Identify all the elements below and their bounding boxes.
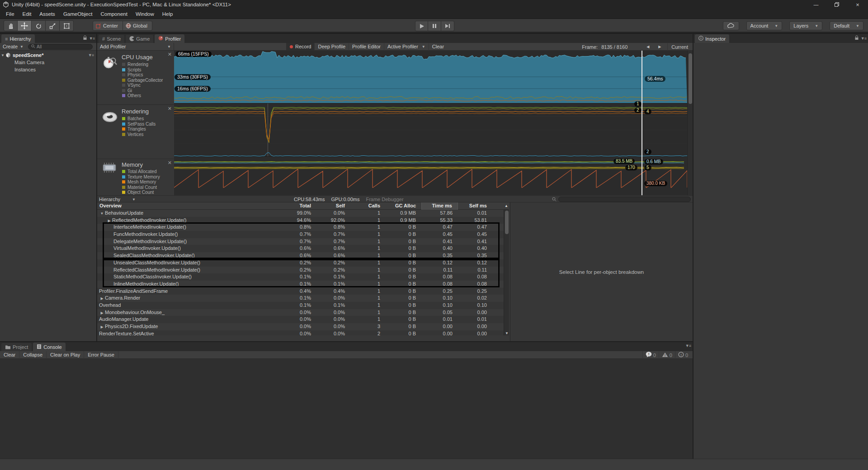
close-button[interactable]: × [847, 0, 868, 9]
table-row[interactable]: Profiler.FinalizeAndSendFrame0.4%0.4%10 … [97, 288, 504, 295]
legend-gi[interactable]: Gi [122, 88, 163, 94]
legend-texture-memory[interactable]: Texture Memory [122, 174, 160, 180]
legend-total-allocated[interactable]: Total Allocated [122, 169, 160, 174]
table-row[interactable]: ▶Monobehaviour.OnMouse_0.0%0.0%10 B0.050… [97, 309, 504, 316]
close-icon[interactable]: ✕ [168, 160, 172, 166]
table-row[interactable]: ▶ReflectedMethodInvoker.Update()94.6%92.… [97, 217, 504, 224]
layout-dropdown[interactable]: Default▼ [830, 21, 863, 30]
console-error-pause-button[interactable]: Error Pause [84, 351, 118, 359]
current-frame-button[interactable]: Current [667, 43, 692, 51]
frame-playhead[interactable] [642, 51, 642, 195]
panel-menu-icon[interactable]: ▼≡ [685, 343, 691, 348]
column-calls[interactable]: Calls [350, 202, 386, 210]
scene-row[interactable]: ▼ speedScene* ▼≡ [0, 52, 96, 59]
menu-file[interactable]: File [2, 9, 19, 19]
cpu-usage-chart[interactable] [174, 51, 687, 103]
menu-window[interactable]: Window [132, 9, 158, 19]
console-clear-button[interactable]: Clear [0, 351, 19, 359]
error-count-toggle[interactable]: ! 0 [675, 351, 691, 359]
rendering-chart[interactable] [174, 103, 687, 156]
add-profiler-dropdown[interactable]: Add Profiler ▼ [97, 43, 174, 51]
deep-profile-toggle[interactable]: Deep Profile [315, 43, 349, 51]
console-log-area[interactable] [0, 359, 693, 459]
pause-button[interactable] [428, 21, 441, 31]
profile-editor-toggle[interactable]: Profile Editor [349, 43, 384, 51]
close-icon[interactable]: ✕ [168, 52, 172, 57]
play-button[interactable] [415, 21, 428, 31]
legend-vsync[interactable]: VSync [122, 83, 163, 88]
profiler-charts[interactable]: 66ms (15FPS) 33ms (30FPS) 16ms (60FPS) 5… [174, 51, 687, 195]
minimize-button[interactable]: — [806, 0, 826, 9]
scroll-down-icon[interactable]: ▼ [504, 331, 509, 335]
record-toggle[interactable]: Record [286, 43, 315, 51]
table-row[interactable]: VirtualMethodInvoker.Update()0.6%0.6%10 … [97, 245, 504, 252]
console-clear-on-play-button[interactable]: Clear on Play [47, 351, 84, 359]
scale-tool-button[interactable] [46, 20, 60, 31]
view-mode-dropdown[interactable]: Hierarchy ▼ [99, 196, 136, 203]
next-frame-button[interactable]: ▶ [656, 45, 664, 49]
column-gc-alloc[interactable]: GC Alloc [386, 202, 421, 210]
memory-module[interactable]: Memory ✕ Total AllocatedTexture MemoryMe… [97, 159, 174, 195]
cloud-services-button[interactable] [723, 21, 739, 30]
table-row[interactable]: SealedClassMethodInvoker.Update()0.6%0.6… [97, 252, 504, 259]
table-row[interactable]: ▼BehaviourUpdate99.0%0.0%10.9 MB57.860.0… [97, 210, 504, 217]
list-item[interactable]: Instances [0, 66, 96, 73]
hand-tool-button[interactable] [4, 20, 18, 31]
menu-edit[interactable]: Edit [19, 9, 36, 19]
active-profiler-dropdown[interactable]: Active Profiler▼ [384, 43, 429, 51]
tab-scene[interactable]: # Scene [99, 35, 124, 43]
legend-garbagecollector[interactable]: GarbageCollector [122, 78, 163, 83]
scene-menu-icon[interactable]: ▼≡ [88, 53, 94, 57]
table-row[interactable]: StaticMethodClassInvoker.Update()0.1%0.1… [97, 273, 504, 281]
disclosure-expanded-icon[interactable]: ▼ [0, 53, 5, 57]
disclosure-collapsed-icon[interactable]: ▶ [99, 324, 105, 330]
table-row[interactable]: UnsealedClassMethodInvoker.Update()0.2%0… [97, 259, 504, 267]
list-item[interactable]: Main Camera [0, 59, 96, 66]
prev-frame-button[interactable]: ◀ [644, 45, 652, 49]
legend-others[interactable]: Others [122, 93, 163, 99]
table-row[interactable]: InterfaceMethodInvoker.Update()0.8%0.8%1… [97, 224, 504, 231]
layers-dropdown[interactable]: Layers▼ [789, 21, 822, 30]
profiler-search-input[interactable] [558, 197, 691, 202]
step-button[interactable] [441, 21, 454, 31]
account-dropdown[interactable]: Account▼ [746, 21, 783, 30]
legend-batches[interactable]: Batches [122, 116, 156, 122]
move-tool-button[interactable] [18, 20, 32, 31]
panel-menu-icon[interactable]: ▼≡ [861, 36, 866, 41]
table-row[interactable]: ▶Camera.Render0.1%0.0%10 B0.100.02 [97, 295, 504, 302]
table-row[interactable]: ▶Physics2D.FixedUpdate0.0%0.0%30 B0.000.… [97, 323, 504, 330]
menu-component[interactable]: Component [96, 9, 131, 19]
table-scrollbar[interactable]: ▼ [504, 210, 509, 335]
clear-button[interactable]: Clear [429, 43, 447, 51]
disclosure-expanded-icon[interactable]: ▼ [99, 210, 105, 217]
table-row[interactable]: InlineMethodInvoker.Update()0.1%0.1%10 B… [97, 281, 504, 288]
charts-scrollbar[interactable] [687, 51, 693, 195]
rect-tool-button[interactable] [60, 20, 74, 31]
create-dropdown[interactable]: Create▼ [0, 43, 26, 51]
pivot-center-button[interactable]: Center [93, 21, 123, 31]
rotation-global-button[interactable]: Global [123, 21, 152, 31]
tab-game[interactable]: Game [126, 35, 153, 43]
disclosure-collapsed-icon[interactable]: ▶ [99, 295, 105, 302]
rendering-module[interactable]: Rendering ✕ BatchesSetPass CallsTriangle… [97, 105, 174, 159]
table-row[interactable]: ReflectedClassMethodInvoker.Update()0.2%… [97, 267, 504, 274]
legend-setpass-calls[interactable]: SetPass Calls [122, 122, 156, 127]
column-self[interactable]: Self [316, 202, 350, 210]
rotate-tool-button[interactable] [32, 20, 46, 31]
table-row[interactable]: RenderTexture.SetActive0.0%0.0%20 B0.000… [97, 330, 504, 335]
legend-physics[interactable]: Physics [122, 72, 163, 78]
legend-scripts[interactable]: Scripts [122, 67, 163, 73]
column-time-ms[interactable]: Time ms [421, 202, 458, 210]
table-row[interactable]: Overhead0.1%0.1%10 B0.100.10 [97, 302, 504, 309]
table-row[interactable]: AudioManager.Update0.0%0.0%10 B0.010.01 [97, 316, 504, 323]
legend-object-count[interactable]: Object Count [122, 190, 160, 195]
column-overview[interactable]: Overview [97, 202, 280, 210]
legend-material-count[interactable]: Material Count [122, 185, 160, 190]
restore-button[interactable] [826, 0, 847, 9]
tab-project[interactable]: Project [1, 343, 32, 351]
tab-hierarchy[interactable]: ≡ Hierarchy [1, 34, 35, 43]
table-row[interactable]: FuncMethodInvoker.Update()0.7%0.7%10 B0.… [97, 231, 504, 238]
tab-profiler[interactable]: Profiler [155, 34, 184, 43]
hierarchy-search-input[interactable]: All [28, 44, 93, 50]
column-total[interactable]: Total [280, 202, 316, 210]
